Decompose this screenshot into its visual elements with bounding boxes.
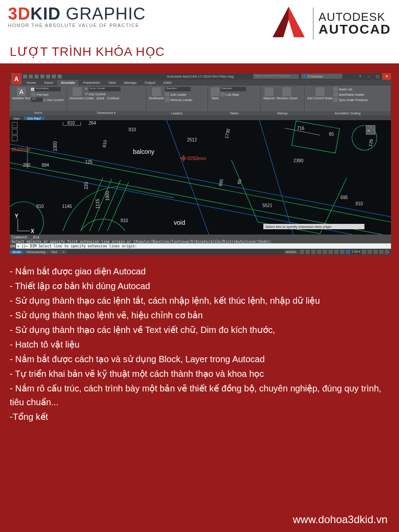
- leader-style-dropdown[interactable]: Standard: [165, 86, 206, 92]
- footer-url: www.dohoa3dkid.vn: [10, 512, 391, 528]
- dimensions-group-label[interactable]: Dimensions ▾: [67, 111, 146, 115]
- svg-text:2512: 2512: [187, 137, 197, 142]
- add-leader-icon: [165, 92, 169, 97]
- remove-leader-button[interactable]: Remove Leader: [165, 97, 206, 102]
- list-item: - Thiết lập cơ bản khi dùng Autocad: [10, 279, 391, 293]
- drawing-tab-dimplan[interactable]: Dim Plan*: [24, 117, 45, 120]
- layout-tab-dimensioning[interactable]: Dimensioning: [24, 250, 48, 254]
- svg-text:716: 716: [297, 126, 305, 131]
- multiline-text-button[interactable]: AMultiline Text: [12, 86, 31, 102]
- tab-view[interactable]: View: [105, 80, 119, 86]
- tab-parametric[interactable]: Parametric: [79, 80, 104, 86]
- hardware-accel-icon[interactable]: [379, 250, 383, 254]
- revision-cloud-button[interactable]: Revision Cloud: [276, 86, 298, 101]
- ribbon-group-text: AMultiline Text 🅰Annotative Find text 2.…: [10, 86, 67, 115]
- layout-tab-add[interactable]: +: [60, 250, 67, 254]
- command-input[interactable]: ▸ ┤├─ DIM Select line to specify extensi…: [16, 243, 391, 249]
- minimize-button[interactable]: –: [364, 73, 373, 80]
- svg-text:894: 894: [42, 163, 49, 168]
- tab-a360[interactable]: A360: [160, 80, 175, 86]
- svg-text:810: 810: [356, 201, 363, 206]
- annotation-toggle-icon[interactable]: [346, 250, 350, 254]
- layout-tab-model[interactable]: Model: [10, 250, 23, 254]
- text-group-label[interactable]: Text ▾: [10, 111, 66, 115]
- add-delete-scales-button[interactable]: Add/Delete Scales: [333, 92, 389, 97]
- dim-style-dropdown[interactable]: ✎Anno Courier: [85, 86, 144, 92]
- ortho-toggle-icon[interactable]: [311, 250, 316, 254]
- add-scale-icon: [316, 87, 325, 96]
- clean-screen-icon[interactable]: [385, 250, 389, 254]
- sync-scale-button[interactable]: Sync Scale Positions: [333, 97, 389, 102]
- course-title: LƯỢT TRÌNH KHÓA HỌC: [10, 44, 399, 59]
- divider: [313, 8, 313, 39]
- close-button[interactable]: ✕: [382, 73, 391, 80]
- monitor-icon[interactable]: [368, 250, 372, 254]
- status-right: MODEL 1:50 ▾: [284, 250, 391, 254]
- text-style-dropdown[interactable]: 🅰Annotative: [31, 86, 65, 92]
- dimension-icon: [73, 87, 82, 96]
- autodesk-logo-box: AUTODESK AUTOCAD: [270, 4, 391, 43]
- dim-use-current[interactable]: ☑Use Current: [85, 92, 144, 96]
- layout-tab-text[interactable]: Text: [49, 250, 60, 254]
- svg-text:balcony: balcony: [133, 148, 154, 155]
- status-model-button[interactable]: MODEL: [284, 250, 299, 254]
- user-menu[interactable]: 👤D.Sanchez: [301, 74, 342, 79]
- text-height-dropdown[interactable]: 2.5☑Use Current: [31, 97, 65, 102]
- snap-toggle-icon[interactable]: [305, 250, 310, 254]
- dim-continue-button[interactable]: Continue: [107, 97, 119, 100]
- brand-3d: 3D: [8, 4, 31, 23]
- ribbon-group-annotation-scaling: Add Current Scale Scale List Add/Delete …: [305, 86, 391, 115]
- transparency-toggle-icon[interactable]: [340, 250, 344, 254]
- svg-text:1300: 1300: [53, 141, 58, 151]
- list-item: -Tổng kết: [10, 410, 391, 424]
- svg-text:126: 126: [368, 138, 374, 147]
- svg-text:1900: 1900: [105, 191, 110, 201]
- tab-home[interactable]: Home: [23, 80, 39, 86]
- polar-toggle-icon[interactable]: [317, 250, 321, 254]
- scales-icon: [333, 92, 338, 97]
- multileader-button[interactable]: Multileader: [148, 86, 165, 102]
- lineweight-toggle-icon[interactable]: [334, 250, 339, 254]
- ribbon-group-markup: Wipeout Revision Cloud Markup: [261, 86, 305, 115]
- find-text-button[interactable]: Find text: [31, 92, 65, 97]
- add-current-scale-button[interactable]: Add Current Scale: [306, 86, 333, 102]
- workspace-icon[interactable]: [362, 250, 366, 254]
- command-icon[interactable]: ⌨: [10, 243, 16, 249]
- scale-list-button[interactable]: Scale List: [333, 86, 389, 92]
- list-item: - Sử dụng thành thạo các lệnh về Text vi…: [10, 323, 391, 337]
- drawing-tab-start[interactable]: Start: [10, 117, 23, 120]
- drawing-canvas[interactable]: − N: [10, 120, 391, 235]
- maximize-button[interactable]: ▢: [373, 73, 382, 80]
- table-button[interactable]: Table: [210, 86, 220, 101]
- help-button[interactable]: ?: [356, 73, 364, 80]
- link-data-button[interactable]: Link Data: [220, 92, 258, 97]
- wipeout-button[interactable]: Wipeout: [262, 86, 276, 101]
- dimension-button[interactable]: Dimension: [69, 86, 85, 101]
- list-item: - Tự triển khai bản vẽ kỹ thuật một cách…: [10, 367, 391, 381]
- tables-group-label: Tables: [208, 111, 260, 115]
- svg-text:810: 810: [129, 127, 136, 132]
- tab-annotate[interactable]: Annotate: [57, 80, 78, 86]
- svg-point-10: [352, 125, 377, 150]
- list-item: - Sử dụng thành thạo các lệnh tắt, cách …: [10, 294, 391, 308]
- isolate-icon[interactable]: [373, 250, 378, 254]
- svg-text:810: 810: [67, 121, 75, 125]
- tab-manage[interactable]: Manage: [120, 80, 140, 86]
- otrack-toggle-icon[interactable]: [329, 250, 333, 254]
- add-leader-button[interactable]: Add Leader: [165, 92, 206, 97]
- osnap-toggle-icon[interactable]: [323, 250, 327, 254]
- dim-linear-button[interactable]: Linear: [85, 97, 94, 100]
- tab-insert[interactable]: Insert: [40, 80, 56, 86]
- search-input[interactable]: Type a keyword or phrase: [253, 74, 299, 79]
- markup-group-label: Markup: [261, 111, 304, 115]
- svg-text:250: 250: [23, 163, 31, 168]
- grid-toggle-icon[interactable]: [300, 250, 304, 254]
- autodesk-label: AUTODESK: [319, 11, 391, 23]
- table-style-dropdown[interactable]: Standard: [220, 86, 258, 92]
- user-icon: 👤: [302, 74, 306, 78]
- dim-quick-button[interactable]: Quick: [97, 97, 105, 100]
- autodesk-wordmark: AUTODESK AUTOCAD: [319, 11, 391, 36]
- ribbon-group-tables: Table Standard Link Data Tables: [208, 86, 261, 115]
- anno-scale-button[interactable]: 1:50 ▾: [352, 250, 360, 254]
- tab-output[interactable]: Output: [141, 80, 159, 86]
